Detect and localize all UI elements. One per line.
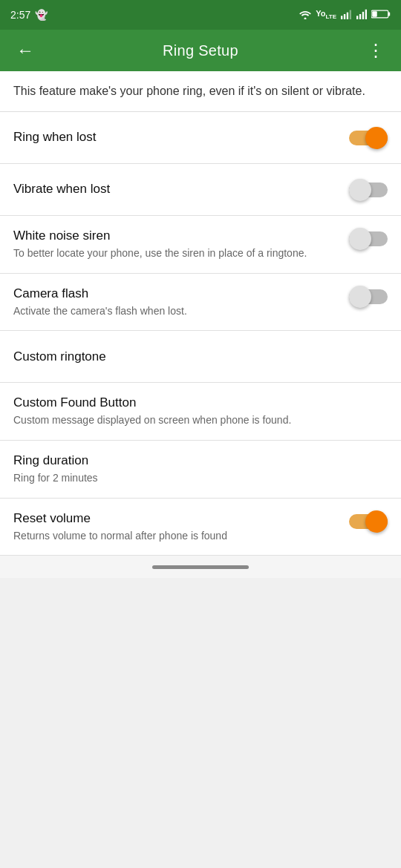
home-indicator bbox=[152, 565, 249, 569]
toggle-ring-when-lost[interactable] bbox=[349, 127, 388, 149]
setting-text-camera-flash: Camera flashActivate the camera's flash … bbox=[13, 286, 349, 319]
bottom-nav-indicator bbox=[0, 556, 401, 578]
setting-title-camera-flash: Camera flash bbox=[13, 286, 337, 302]
overflow-menu-button[interactable]: ⋮ bbox=[362, 37, 389, 64]
wifi-icon bbox=[299, 9, 312, 22]
settings-list: Ring when lostVibrate when lostWhite noi… bbox=[0, 112, 401, 556]
toggle-thumb-white-noise-siren bbox=[349, 228, 371, 250]
setting-text-reset-volume: Reset volumeReturns volume to normal aft… bbox=[13, 510, 349, 544]
setting-title-reset-volume: Reset volume bbox=[13, 510, 337, 527]
signal1-icon bbox=[340, 9, 352, 22]
toggle-reset-volume[interactable] bbox=[349, 510, 388, 533]
lte-icon: YoLTE bbox=[316, 9, 336, 20]
setting-text-vibrate-when-lost: Vibrate when lost bbox=[13, 181, 349, 197]
setting-subtitle-custom-found-button: Custom message displayed on screen when … bbox=[13, 413, 376, 428]
toggle-thumb-camera-flash bbox=[349, 286, 371, 308]
setting-title-ring-when-lost: Ring when lost bbox=[13, 129, 337, 145]
status-bar: 2:57 👻 YoLTE bbox=[0, 0, 401, 30]
setting-title-custom-ringtone: Custom ringtone bbox=[13, 349, 376, 365]
svg-rect-3 bbox=[347, 12, 348, 19]
setting-subtitle-reset-volume: Returns volume to normal after phone is … bbox=[13, 529, 337, 544]
svg-rect-10 bbox=[388, 12, 390, 16]
svg-rect-1 bbox=[341, 16, 342, 19]
toggle-thumb-ring-when-lost bbox=[365, 127, 388, 149]
svg-rect-8 bbox=[365, 9, 367, 19]
setting-subtitle-ring-duration: Ring for 2 minutes bbox=[13, 471, 376, 486]
svg-point-0 bbox=[304, 17, 307, 19]
setting-item-ring-when-lost[interactable]: Ring when lost bbox=[0, 112, 401, 164]
signal2-icon bbox=[356, 9, 368, 22]
toggle-thumb-reset-volume bbox=[365, 510, 388, 533]
svg-rect-4 bbox=[350, 10, 351, 19]
setting-item-ring-duration[interactable]: Ring durationRing for 2 minutes bbox=[0, 441, 401, 499]
setting-item-camera-flash[interactable]: Camera flashActivate the camera's flash … bbox=[0, 274, 401, 332]
setting-item-vibrate-when-lost[interactable]: Vibrate when lost bbox=[0, 164, 401, 216]
setting-item-white-noise-siren[interactable]: White noise sirenTo better locate your p… bbox=[0, 216, 401, 274]
snapchat-icon: 👻 bbox=[35, 9, 48, 21]
svg-rect-6 bbox=[359, 14, 361, 19]
svg-rect-11 bbox=[372, 11, 377, 16]
app-bar: ← Ring Setup ⋮ bbox=[0, 30, 401, 71]
setting-text-ring-duration: Ring durationRing for 2 minutes bbox=[13, 453, 388, 486]
battery-icon bbox=[371, 9, 391, 22]
setting-item-reset-volume[interactable]: Reset volumeReturns volume to normal aft… bbox=[0, 499, 401, 556]
setting-text-white-noise-siren: White noise sirenTo better locate your p… bbox=[13, 228, 349, 261]
setting-item-custom-ringtone[interactable]: Custom ringtone bbox=[0, 331, 401, 383]
svg-rect-2 bbox=[344, 14, 345, 19]
setting-title-custom-found-button: Custom Found Button bbox=[13, 395, 376, 411]
setting-title-vibrate-when-lost: Vibrate when lost bbox=[13, 181, 337, 197]
toggle-thumb-vibrate-when-lost bbox=[349, 179, 371, 201]
setting-title-white-noise-siren: White noise siren bbox=[13, 228, 337, 244]
svg-rect-5 bbox=[356, 16, 358, 19]
status-time: 2:57 bbox=[10, 9, 30, 21]
setting-text-custom-found-button: Custom Found ButtonCustom message displa… bbox=[13, 395, 388, 428]
description-section: This feature make's your phone ring, eve… bbox=[0, 71, 401, 112]
setting-subtitle-camera-flash: Activate the camera's flash when lost. bbox=[13, 304, 337, 319]
toggle-vibrate-when-lost[interactable] bbox=[349, 179, 388, 201]
svg-rect-7 bbox=[362, 11, 364, 19]
toggle-camera-flash[interactable] bbox=[349, 286, 388, 308]
setting-subtitle-white-noise-siren: To better locate your phone, use the sir… bbox=[13, 246, 337, 261]
toggle-white-noise-siren[interactable] bbox=[349, 228, 388, 250]
back-button[interactable]: ← bbox=[12, 37, 39, 64]
setting-text-custom-ringtone: Custom ringtone bbox=[13, 349, 388, 365]
description-text: This feature make's your phone ring, eve… bbox=[13, 85, 365, 97]
setting-title-ring-duration: Ring duration bbox=[13, 453, 376, 469]
page-title: Ring Setup bbox=[50, 42, 351, 59]
setting-item-custom-found-button[interactable]: Custom Found ButtonCustom message displa… bbox=[0, 383, 401, 441]
setting-text-ring-when-lost: Ring when lost bbox=[13, 129, 349, 145]
status-icons: YoLTE bbox=[299, 9, 391, 22]
